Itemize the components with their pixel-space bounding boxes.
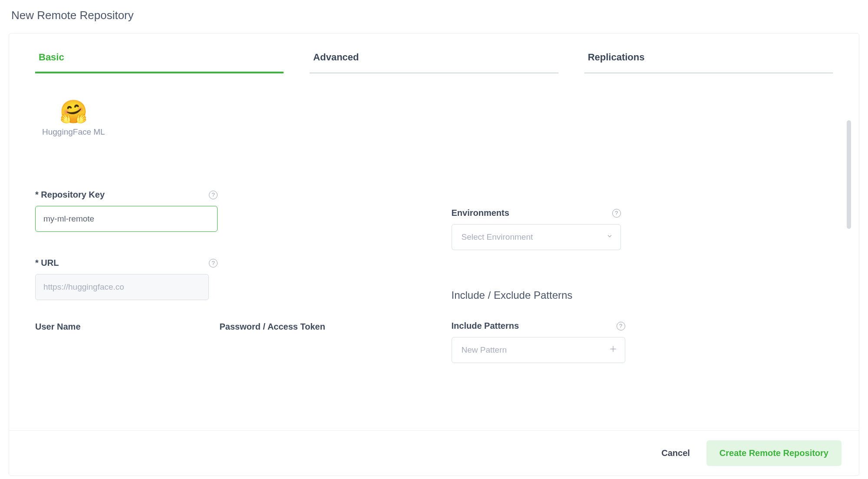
repo-type-name: HuggingFace ML (42, 127, 105, 137)
page-title: New Remote Repository (9, 9, 859, 22)
help-icon[interactable]: ? (209, 191, 218, 199)
environments-label: Environments (452, 208, 509, 218)
include-patterns-label: Include Patterns (452, 321, 519, 331)
form-card: Basic Advanced Replications 🤗 HuggingFac… (9, 33, 859, 476)
password-label: Password / Access Token (220, 322, 325, 332)
tabs: Basic Advanced Replications (9, 33, 859, 73)
cancel-button[interactable]: Cancel (661, 448, 690, 458)
username-label: User Name (35, 322, 81, 332)
environments-select[interactable]: Select Environment (452, 224, 621, 250)
repository-key-label: * Repository Key (35, 190, 105, 200)
tab-basic[interactable]: Basic (35, 52, 284, 73)
patterns-section-title: Include / Exclude Patterns (452, 289, 833, 301)
include-pattern-input[interactable]: New Pattern (452, 337, 625, 363)
repository-key-input[interactable] (35, 206, 218, 232)
url-label: * URL (35, 258, 59, 268)
plus-icon[interactable] (609, 345, 617, 356)
url-input[interactable] (35, 274, 209, 300)
help-icon[interactable]: ? (617, 322, 625, 330)
tab-replications[interactable]: Replications (584, 52, 833, 73)
scrollbar[interactable] (847, 120, 851, 229)
create-repository-button[interactable]: Create Remote Repository (706, 440, 842, 466)
footer: Cancel Create Remote Repository (9, 430, 859, 476)
help-icon[interactable]: ? (612, 209, 621, 218)
repo-type-card[interactable]: 🤗 HuggingFace ML (35, 95, 112, 142)
help-icon[interactable]: ? (209, 259, 218, 268)
tab-advanced[interactable]: Advanced (310, 52, 558, 73)
huggingface-icon: 🤗 (59, 100, 88, 123)
